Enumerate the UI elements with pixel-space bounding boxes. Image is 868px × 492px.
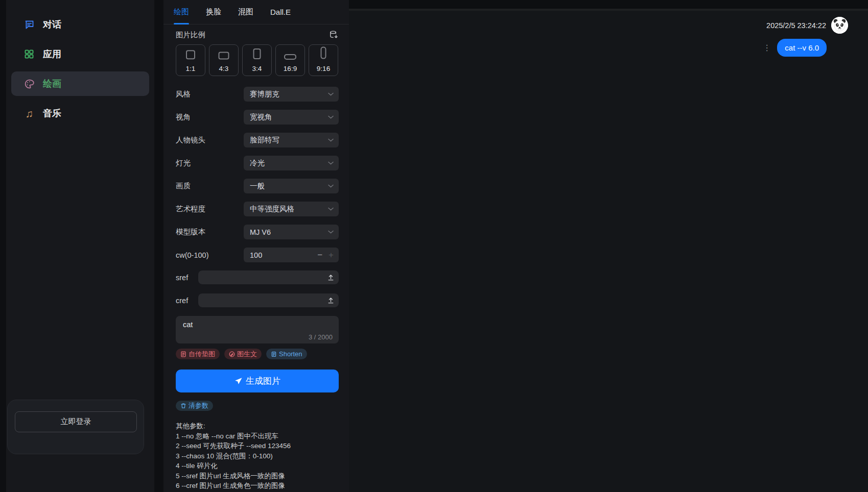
generate-image-button[interactable]: 生成图片 bbox=[176, 370, 339, 392]
ratio-shape bbox=[219, 52, 229, 60]
chevron-down-icon bbox=[328, 138, 334, 142]
draw-settings-panel: 绘图 换脸 混图 Dall.E 图片比例 bbox=[163, 0, 349, 492]
lighting-label: 灯光 bbox=[176, 158, 191, 168]
sidebar-item-label: 应用 bbox=[43, 48, 61, 60]
ratio-label: 图片比例 bbox=[176, 30, 205, 40]
help-line: 4 --tile 碎片化 bbox=[176, 461, 339, 471]
chevron-down-icon bbox=[328, 161, 334, 165]
ratio-3-4[interactable]: 3:4 bbox=[242, 44, 272, 76]
prompt-box: cat 3 / 2000 bbox=[176, 316, 339, 343]
view-angle-select[interactable]: 宽视角 bbox=[244, 110, 339, 125]
sidebar-item-draw[interactable]: 绘画 bbox=[11, 71, 149, 96]
chat-top-strip bbox=[349, 0, 868, 11]
plus-button[interactable]: + bbox=[325, 250, 334, 260]
message-group: 2025/2/5 23:24:22 bbox=[763, 17, 848, 57]
save-template-icon[interactable] bbox=[329, 30, 339, 40]
upload-icon bbox=[327, 274, 335, 281]
character-shot-select[interactable]: 脸部特写 bbox=[244, 133, 339, 147]
sidebar-item-chat[interactable]: 对话 bbox=[11, 12, 149, 37]
app-window: 对话 应用 bbox=[0, 0, 868, 492]
palette-icon bbox=[24, 78, 35, 89]
sidebar-item-label: 对话 bbox=[43, 18, 61, 31]
tab-face-swap[interactable]: 换脸 bbox=[206, 0, 221, 24]
ratio-16-9[interactable]: 16:9 bbox=[275, 44, 305, 76]
lighting-select[interactable]: 冷光 bbox=[244, 156, 339, 170]
char-counter: 3 / 2000 bbox=[309, 333, 333, 341]
cw-stepper: − + bbox=[244, 248, 339, 262]
clear-params-tag[interactable]: 清参数 bbox=[176, 401, 213, 411]
chat-icon bbox=[24, 19, 35, 30]
stylize-select[interactable]: 中等强度风格 bbox=[244, 202, 339, 216]
paper-plane-icon bbox=[234, 377, 243, 385]
tab-dalle[interactable]: Dall.E bbox=[270, 0, 291, 24]
ratio-shape bbox=[284, 54, 296, 60]
cw-label: cw(0-100) bbox=[176, 251, 208, 259]
apps-icon bbox=[24, 48, 35, 60]
document-icon bbox=[180, 351, 186, 357]
quality-select[interactable]: 一般 bbox=[244, 179, 339, 193]
cw-input[interactable] bbox=[250, 251, 314, 259]
ratio-options: 1:1 4:3 3:4 16:9 9:16 bbox=[176, 44, 339, 76]
help-line: 其他参数: bbox=[176, 421, 339, 431]
stylize-label: 艺术程度 bbox=[176, 204, 205, 214]
image-to-text-tag[interactable]: 图生文 bbox=[224, 349, 262, 359]
ratio-shape bbox=[321, 47, 326, 59]
shorten-icon bbox=[271, 351, 277, 357]
upload-base-image-tag[interactable]: 自传垫图 bbox=[176, 349, 220, 359]
cref-label: cref bbox=[176, 297, 198, 305]
tab-blend[interactable]: 混图 bbox=[238, 0, 253, 24]
message-timestamp: 2025/2/5 23:24:22 bbox=[766, 21, 826, 30]
sref-label: sref bbox=[176, 274, 198, 282]
login-card: 立即登录 bbox=[7, 400, 144, 454]
model-version-select[interactable]: MJ V6 bbox=[244, 225, 339, 239]
user-message-bubble[interactable]: cat --v 6.0 bbox=[777, 39, 827, 57]
panda-avatar-icon bbox=[831, 17, 848, 34]
shorten-tag[interactable]: Shorten bbox=[266, 349, 307, 359]
trash-icon bbox=[180, 403, 186, 409]
prompt-tools: 自传垫图 图生文 Shorten bbox=[176, 349, 339, 359]
sidebar: 对话 应用 bbox=[6, 0, 154, 492]
ratio-1-1[interactable]: 1:1 bbox=[176, 44, 205, 76]
chevron-down-icon bbox=[328, 115, 334, 119]
chat-area: 2025/2/5 23:24:22 bbox=[349, 0, 868, 492]
minus-button[interactable]: − bbox=[314, 250, 325, 260]
tab-bar: 绘图 换脸 混图 Dall.E bbox=[163, 0, 349, 24]
ratio-9-16[interactable]: 9:16 bbox=[309, 44, 338, 76]
sidebar-item-apps[interactable]: 应用 bbox=[11, 42, 149, 66]
help-line: 3 --chaos 10 混合(范围：0-100) bbox=[176, 451, 339, 461]
panel-content: 图片比例 1:1 4:3 bbox=[163, 30, 349, 491]
help-line: 6 --cref 图片url 生成角色一致的图像 bbox=[176, 481, 339, 491]
sref-input[interactable] bbox=[198, 270, 339, 284]
ratio-4-3[interactable]: 4:3 bbox=[209, 44, 239, 76]
style-label: 风格 bbox=[176, 89, 191, 99]
other-params-help: 其他参数: 1 --no 忽略 --no car 图中不出现车 2 --seed… bbox=[176, 421, 339, 491]
chevron-down-icon bbox=[328, 92, 334, 96]
help-line: 2 --seed 可先获取种子 --seed 123456 bbox=[176, 441, 339, 451]
tab-draw[interactable]: 绘图 bbox=[174, 0, 189, 24]
ratio-shape bbox=[253, 48, 261, 59]
help-line: 1 --no 忽略 --no car 图中不出现车 bbox=[176, 431, 339, 441]
sidebar-nav: 对话 应用 bbox=[6, 0, 154, 126]
pencil-icon bbox=[229, 351, 235, 357]
help-line: 5 --sref 图片url 生成风格一致的图像 bbox=[176, 471, 339, 481]
chevron-down-icon bbox=[328, 184, 334, 188]
chevron-down-icon bbox=[328, 207, 334, 211]
login-button[interactable]: 立即登录 bbox=[15, 411, 137, 432]
music-icon: ♫ bbox=[24, 108, 35, 119]
ratio-shape bbox=[186, 50, 195, 59]
upload-icon bbox=[327, 297, 335, 304]
character-shot-label: 人物镜头 bbox=[176, 135, 205, 145]
avatar[interactable] bbox=[831, 17, 848, 34]
sidebar-item-music[interactable]: ♫ 音乐 bbox=[11, 101, 149, 126]
sidebar-item-label: 绘画 bbox=[43, 78, 61, 90]
quality-label: 画质 bbox=[176, 181, 191, 191]
model-version-label: 模型版本 bbox=[176, 227, 205, 237]
view-angle-label: 视角 bbox=[176, 112, 191, 122]
style-select[interactable]: 赛博朋克 bbox=[244, 87, 339, 102]
cref-input[interactable] bbox=[198, 293, 339, 307]
message-menu-icon[interactable]: ⋮ bbox=[763, 43, 771, 53]
chevron-down-icon bbox=[328, 230, 334, 234]
sidebar-item-label: 音乐 bbox=[43, 107, 61, 119]
